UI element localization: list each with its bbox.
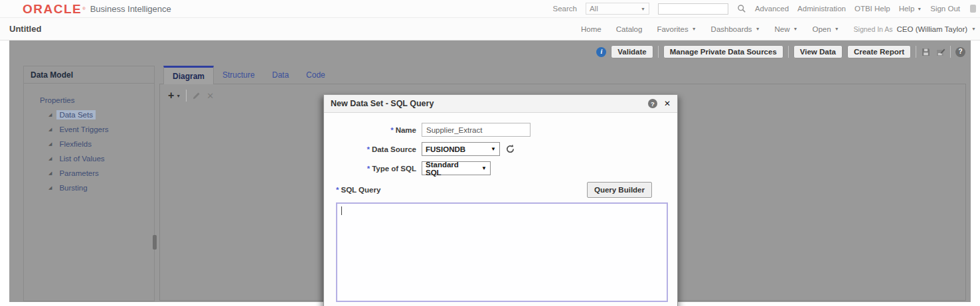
type-of-sql-field-row: *Type of SQL Standard SQL ▼ (324, 161, 677, 175)
page-title: Untitled (9, 24, 41, 34)
search-icon[interactable] (737, 4, 746, 13)
tree-item-parameters[interactable]: ◢ Parameters (24, 166, 154, 181)
tab-diagram-label: Diagram (173, 72, 204, 81)
clipped-edge-icon (970, 5, 976, 13)
required-marker: * (336, 186, 339, 194)
query-builder-button[interactable]: Query Builder (587, 182, 652, 198)
required-marker: * (367, 165, 370, 173)
global-links: Search All ▼ Advanced Administration OTB… (553, 3, 977, 15)
tree-expand-icon[interactable]: ◢ (48, 127, 52, 132)
plus-icon: + (168, 90, 174, 101)
dialog-help-icon[interactable]: ? (648, 99, 657, 108)
editor-tabs: Diagram Structure Data Code (163, 66, 334, 84)
search-scope-select[interactable]: All ▼ (586, 3, 649, 15)
sql-query-textarea[interactable] (336, 202, 668, 302)
advanced-link[interactable]: Advanced (755, 5, 789, 13)
tree-expand-icon[interactable]: ◢ (48, 185, 52, 191)
dialog-body: *Name *Data Source FUSIONDB ▼ (324, 113, 677, 302)
tree-expand-icon[interactable]: ◢ (48, 156, 52, 161)
data-source-select[interactable]: FUSIONDB ▼ (422, 142, 500, 156)
nav-open[interactable]: Open ▼ (813, 25, 839, 33)
chevron-down-icon: ▼ (491, 146, 496, 152)
refresh-icon[interactable] (505, 144, 515, 154)
nav-dashboards[interactable]: Dashboards ▼ (711, 25, 760, 33)
tree-item-properties[interactable]: Properties (24, 93, 154, 108)
tree-item-data-sets[interactable]: ◢ Data Sets (24, 108, 154, 122)
chevron-down-icon: ▼ (692, 27, 696, 31)
create-report-button[interactable]: Create Report (847, 45, 911, 58)
tab-data-label: Data (272, 70, 289, 80)
tab-data[interactable]: Data (264, 66, 297, 84)
tree-expand-icon[interactable]: ◢ (48, 112, 52, 117)
tree-expand-icon[interactable]: ◢ (48, 171, 52, 176)
edit-icon[interactable] (192, 91, 201, 100)
manage-private-data-sources-button[interactable]: Manage Private Data Sources (663, 45, 783, 58)
toolbar-separator (186, 90, 187, 102)
sign-out-link[interactable]: Sign Out (930, 5, 960, 13)
current-user: CEO (William Taylor) (897, 25, 968, 33)
tree-item-label: Event Triggers (56, 125, 111, 134)
tab-code[interactable]: Code (297, 66, 334, 84)
otbi-help-link[interactable]: OTBI Help (855, 5, 890, 13)
data-source-value: FUSIONDB (426, 145, 465, 153)
tree-item-label: Parameters (56, 169, 101, 178)
nav-open-label: Open (813, 25, 831, 33)
tab-structure-label: Structure (222, 70, 255, 80)
tree-item-event-triggers[interactable]: ◢ Event Triggers (24, 122, 154, 137)
nav-dashboards-label: Dashboards (711, 25, 752, 33)
tab-structure[interactable]: Structure (214, 66, 264, 84)
save-as-icon[interactable] (936, 47, 945, 57)
new-data-set-dialog: New Data Set - SQL Query ? ✕ *Name (323, 94, 678, 306)
dialog-header-actions: ? ✕ (648, 99, 671, 108)
signed-in-as-label: Signed In As (854, 25, 893, 33)
toolbar-separator (658, 46, 659, 58)
dialog-header[interactable]: New Data Set - SQL Query ? ✕ (324, 95, 677, 113)
chevron-down-icon: ▼ (756, 27, 760, 31)
main-nav: Home Catalog Favorites ▼ Dashboards ▼ Ne… (581, 25, 976, 33)
signed-in-menu[interactable]: Signed In As CEO (William Taylor) ▼ (854, 25, 976, 33)
editor-toolbar: i Validate Manage Private Data Sources V… (596, 45, 965, 58)
panel-splitter-handle[interactable] (153, 235, 157, 250)
save-icon[interactable] (921, 47, 931, 57)
nav-new[interactable]: New ▼ (775, 25, 798, 33)
page-bar: Untitled Home Catalog Favorites ▼ Dashbo… (0, 18, 980, 40)
type-of-sql-value: Standard SQL (426, 161, 476, 177)
administration-link[interactable]: Administration (797, 5, 846, 13)
sql-query-label: *SQL Query (336, 186, 380, 194)
chevron-down-icon: ▼ (641, 7, 645, 11)
data-source-field-label: *Data Source (324, 145, 416, 153)
tree-expand-icon[interactable]: ◢ (48, 141, 52, 147)
data-model-panel: Data Model Properties ◢ Data Sets ◢ Even… (23, 66, 155, 301)
help-icon[interactable]: ? (955, 47, 965, 57)
type-of-sql-select[interactable]: Standard SQL ▼ (422, 161, 491, 175)
nav-home-label: Home (581, 25, 602, 33)
registered-mark: ® (82, 7, 85, 11)
toolbar-separator (916, 46, 916, 58)
nav-favorites[interactable]: Favorites ▼ (657, 25, 696, 33)
sql-query-header-row: *SQL Query Query Builder (324, 182, 677, 198)
name-label-text: Name (396, 126, 416, 134)
product-name: Business Intelligence (90, 4, 171, 14)
nav-favorites-label: Favorites (657, 25, 688, 33)
nav-home[interactable]: Home (581, 25, 602, 33)
info-icon: i (596, 47, 606, 57)
tree-item-bursting[interactable]: ◢ Bursting (24, 181, 154, 195)
chevron-down-icon: ▼ (917, 7, 922, 11)
help-menu[interactable]: Help ▼ (899, 5, 922, 13)
obi-application-window: ORACLE ® Business Intelligence Search Al… (0, 0, 980, 306)
view-data-button[interactable]: View Data (793, 45, 843, 58)
name-field-row: *Name (324, 123, 677, 137)
nav-catalog[interactable]: Catalog (616, 25, 643, 33)
sql-query-label-text: SQL Query (341, 186, 380, 194)
tree-item-flexfields[interactable]: ◢ Flexfields (24, 137, 154, 151)
chevron-down-icon: ▼ (481, 165, 487, 171)
name-input[interactable] (422, 123, 531, 137)
search-input[interactable] (658, 3, 728, 15)
chevron-down-icon: ▼ (971, 27, 976, 31)
dialog-close-icon[interactable]: ✕ (664, 99, 671, 108)
tree-item-list-of-values[interactable]: ◢ List of Values (24, 151, 154, 166)
delete-icon[interactable]: ✕ (206, 92, 214, 100)
validate-button[interactable]: Validate (611, 45, 653, 58)
add-dataset-menu-button[interactable]: + ▼ (168, 90, 181, 101)
tab-diagram[interactable]: Diagram (163, 66, 214, 84)
